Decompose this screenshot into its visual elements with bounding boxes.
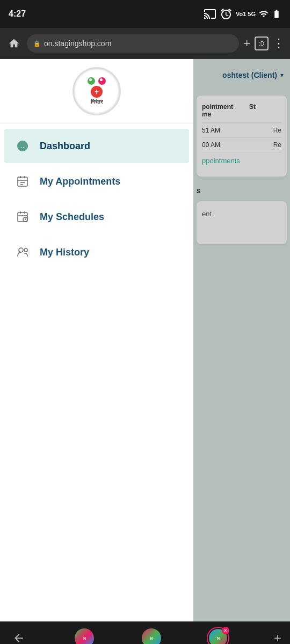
alarm-icon [220,8,233,20]
logo-area: + निरंतर [0,59,193,123]
menu-button[interactable]: ⋮ [273,36,285,50]
tab-close-button[interactable]: ✕ [222,627,229,634]
sidebar-item-label-history: My History [40,247,89,258]
sidebar-item-history[interactable]: My History [4,235,189,269]
svg-point-12 [24,248,27,252]
status-bar: 4:27 Vo1 5G [0,0,290,28]
logo: + निरंतर [73,67,121,115]
sidebar: + निरंतर Dashboard [0,59,193,621]
history-icon [15,245,30,260]
bottom-nav: N N N ✕ + [0,621,290,644]
network-label: Vo1 5G [236,11,256,17]
tab-2-favicon: N [142,628,161,644]
url-text: on.stagingshop.com [44,39,111,48]
nav-menu: Dashboard My Appointments [0,123,193,621]
main-area: + निरंतर Dashboard [0,59,290,621]
nav-back-button[interactable] [9,628,29,644]
dashboard-icon [15,138,30,153]
browser-tab-1[interactable]: N [73,627,96,644]
battery-icon [272,9,281,19]
logo-text: निरंतर [91,99,103,105]
home-button[interactable] [5,35,23,52]
address-bar[interactable]: 🔒 on.stagingshop.com [27,34,239,53]
sidebar-item-label-schedules: My Schedules [40,211,104,223]
screencast-icon [204,8,216,20]
lock-icon: 🔒 [33,40,41,47]
status-icons: Vo1 5G [204,8,281,20]
browser-tab-3-active[interactable]: N ✕ [207,627,229,644]
new-tab-button[interactable]: + [243,36,250,50]
sidebar-item-schedules[interactable]: My Schedules [4,200,189,234]
new-tab-plus-button[interactable]: + [274,631,281,644]
right-panel: oshtest (Client) ▾ pointmentme St 51 AM … [193,59,290,621]
sidebar-item-appointments[interactable]: My Appointments [4,164,189,199]
logo-eye-left [88,77,95,85]
schedules-icon [15,209,30,224]
browser-bar: 🔒 on.stagingshop.com + :D ⋮ [0,28,290,59]
signal-icon [259,9,269,19]
sidebar-item-dashboard[interactable]: Dashboard [4,129,189,163]
appointments-icon [15,174,30,189]
browser-tab-2[interactable]: N [140,627,163,644]
sidebar-item-label-appointments: My Appointments [40,176,120,187]
home-icon [8,38,20,49]
browser-actions: + :D ⋮ [243,36,285,50]
svg-point-11 [19,248,23,252]
sidebar-item-label-dashboard: Dashboard [40,141,90,152]
tab-switcher[interactable]: :D [255,36,269,50]
status-time: 4:27 [9,9,26,19]
logo-cross: + [91,86,103,98]
drawer-overlay[interactable] [193,59,290,621]
logo-eye-right [98,77,106,85]
tab-1-favicon: N [75,628,94,644]
